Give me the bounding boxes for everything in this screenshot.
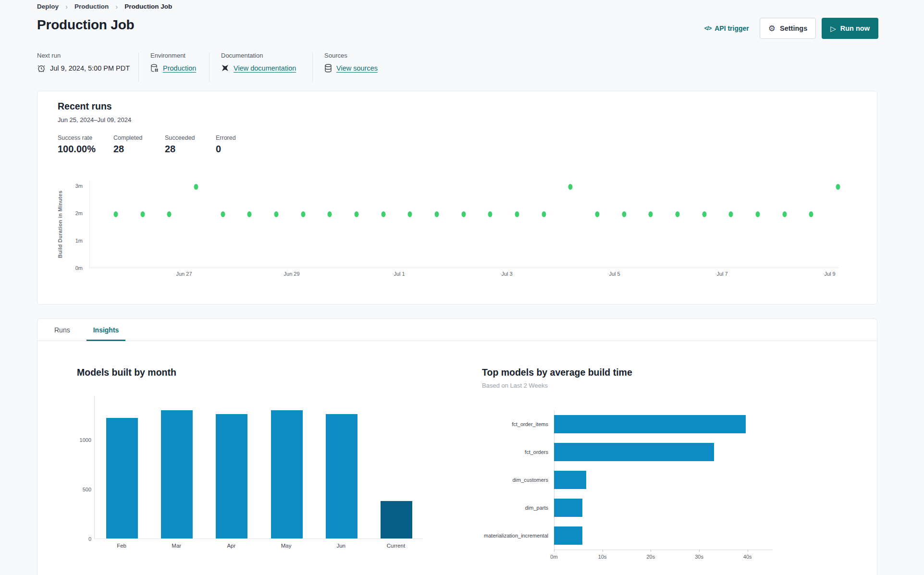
database-icon: [324, 64, 332, 73]
scatter-x-tick: Jul 3: [501, 271, 512, 277]
tab-runs[interactable]: Runs: [48, 319, 77, 341]
run-dot[interactable]: [167, 211, 172, 217]
hbar-tick-label: 30s: [695, 554, 703, 560]
environment-label: Environment: [150, 52, 196, 59]
run-dot[interactable]: [221, 211, 225, 217]
top-models-subtitle: Based on Last 2 Weeks: [482, 382, 548, 389]
bar-x-label: Jun: [336, 543, 345, 549]
job-detail-card: Runs Insights Models built by month 0500…: [37, 318, 877, 575]
chevron-right-icon: ›: [115, 2, 118, 11]
run-dot[interactable]: [782, 211, 787, 217]
bar-x-label: Mar: [172, 543, 181, 549]
scatter-y-tick: 0m: [75, 265, 83, 271]
breadcrumb-item-current: Production Job: [124, 3, 172, 10]
environment-link[interactable]: Production: [163, 64, 196, 72]
run-dot[interactable]: [461, 211, 466, 217]
run-dot[interactable]: [435, 211, 439, 217]
run-dot[interactable]: [676, 211, 680, 217]
bar-x-label: Current: [387, 543, 405, 549]
view-documentation-link[interactable]: View documentation: [234, 64, 296, 72]
run-dot[interactable]: [274, 211, 278, 217]
tab-bar: Runs Insights: [37, 319, 877, 341]
documentation-label: Documentation: [221, 52, 296, 59]
run-dot[interactable]: [408, 211, 412, 217]
hbar-tick-mark: [603, 550, 603, 552]
hbar-model-label: fct_order_items: [439, 421, 548, 427]
hbar-bar: [554, 415, 746, 433]
hbar-model-label: dim_customers: [439, 477, 548, 483]
run-dot[interactable]: [702, 211, 706, 217]
run-dot[interactable]: [328, 211, 332, 217]
month-bar: [106, 418, 138, 538]
run-dot[interactable]: [515, 211, 519, 217]
gear-icon: ⚙: [768, 24, 776, 33]
hbar-model-label: dim_parts: [439, 505, 548, 511]
api-trigger-label: API trigger: [715, 24, 749, 32]
month-bar: [216, 414, 247, 538]
month-bar: [326, 414, 357, 538]
run-dot[interactable]: [595, 211, 600, 217]
breadcrumb-item-production[interactable]: Production: [74, 3, 109, 10]
run-dot[interactable]: [354, 211, 358, 217]
hbar-x-axis-line: [554, 550, 773, 550]
recent-runs-title: Recent runs: [58, 101, 112, 112]
chevron-right-icon: ›: [65, 2, 68, 11]
run-dot[interactable]: [729, 211, 733, 217]
stat-completed: Completed 28: [113, 135, 165, 155]
hbar-tick-mark: [699, 550, 700, 552]
run-dot[interactable]: [568, 184, 573, 190]
job-info-row: Next run Jul 9, 2024, 5:00 PM PDT Enviro…: [0, 52, 924, 83]
run-now-label: Run now: [840, 24, 870, 32]
hbar-model-label: fct_orders: [439, 449, 548, 455]
hbar-bar: [554, 499, 582, 517]
view-sources-link[interactable]: View sources: [336, 64, 378, 72]
tab-insights[interactable]: Insights: [86, 319, 126, 341]
run-dot[interactable]: [488, 211, 493, 217]
run-dot[interactable]: [247, 211, 252, 217]
month-bar: [271, 410, 303, 538]
alarm-clock-icon: [37, 64, 46, 73]
bar-y-tick: 500: [83, 486, 91, 493]
scatter-x-tick: Jun 29: [284, 271, 300, 277]
run-dot[interactable]: [140, 211, 145, 217]
scatter-x-ticks: Jun 27Jun 29Jul 1Jul 3Jul 5Jul 7Jul 9: [89, 271, 839, 279]
hbar-tick-mark: [554, 550, 554, 552]
bar-x-label: Feb: [117, 543, 126, 549]
run-dot[interactable]: [756, 211, 760, 217]
environment-info: Environment Production: [150, 52, 196, 73]
bar-y-tick: 1000: [80, 437, 91, 443]
top-models-title: Top models by average build time: [482, 367, 632, 378]
run-dot[interactable]: [113, 211, 118, 217]
settings-button[interactable]: ⚙ Settings: [760, 18, 816, 39]
hbar-bar: [554, 471, 586, 489]
run-dot[interactable]: [622, 211, 626, 217]
hbar-tick-label: 0m: [550, 554, 557, 560]
run-dot[interactable]: [301, 211, 305, 217]
run-now-button[interactable]: ▷ Run now: [822, 18, 878, 39]
scatter-y-tick: 1m: [75, 237, 83, 244]
bar-plot: [94, 396, 423, 539]
run-dot[interactable]: [381, 211, 385, 217]
production-job-page: Deploy › Production › Production Job Pro…: [0, 0, 924, 575]
hbar-tick-label: 20s: [646, 554, 655, 560]
run-dot[interactable]: [809, 211, 813, 217]
run-stats: Success rate 100.00% Completed 28 Succee…: [58, 135, 236, 155]
month-bar: [381, 501, 412, 538]
run-dot[interactable]: [194, 184, 198, 190]
breadcrumb-item-deploy[interactable]: Deploy: [37, 3, 59, 10]
run-dot[interactable]: [836, 184, 840, 190]
api-trigger-link[interactable]: </> API trigger: [704, 24, 749, 32]
sources-info: Sources View sources: [324, 52, 378, 73]
breadcrumb: Deploy › Production › Production Job: [37, 2, 172, 11]
stat-errored: Errored 0: [216, 135, 236, 155]
hbar-tick-label: 40s: [743, 554, 752, 560]
run-dot[interactable]: [649, 211, 653, 217]
scatter-x-tick: Jun 27: [176, 271, 192, 277]
divider: [312, 53, 313, 82]
build-duration-scatter-plot: [89, 181, 839, 268]
hbar-row: fct_orders: [439, 438, 780, 466]
run-dot[interactable]: [542, 211, 546, 217]
hbar-row: dim_parts: [439, 494, 780, 522]
header-actions: </> API trigger ⚙ Settings ▷ Run now: [704, 18, 878, 39]
scatter-y-tick: 3m: [75, 183, 83, 189]
